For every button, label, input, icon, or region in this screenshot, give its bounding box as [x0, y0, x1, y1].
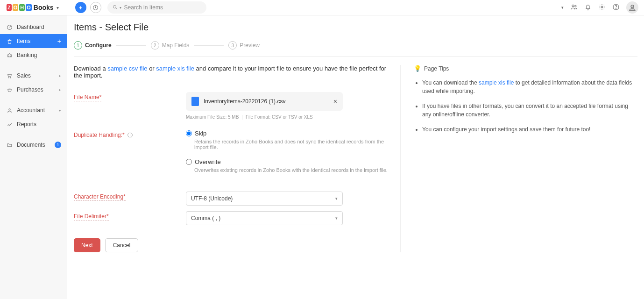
dup-overwrite-radio[interactable]: Overwrite: [186, 158, 389, 165]
basket-icon: [6, 87, 13, 93]
app-logo[interactable]: ZOHO Books ▾: [6, 4, 59, 11]
step-configure[interactable]: 1Configure: [74, 41, 112, 50]
sample-csv-link[interactable]: sample csv file: [107, 65, 147, 72]
top-bar: ZOHO Books ▾ + ▾ Search in Items ▾: [0, 0, 644, 15]
sidebar-item-dashboard[interactable]: Dashboard: [0, 20, 67, 34]
wizard-steps: 1Configure 2Map Fields 3Preview: [74, 41, 637, 50]
sidebar: Dashboard Items + Banking Sales ▸ Purcha…: [0, 15, 67, 299]
svg-point-2: [572, 5, 574, 7]
sidebar-item-label: Documents: [17, 142, 45, 148]
encoding-label: Character Encoding*: [74, 192, 186, 206]
sidebar-item-reports[interactable]: Reports: [0, 117, 67, 131]
delimiter-label: File Delimiter*: [74, 211, 186, 225]
svg-point-7: [631, 5, 634, 8]
chevron-down-icon: ▾: [335, 196, 338, 201]
dup-handling-label: Duplicate Handling:* ⓘ: [74, 130, 186, 181]
chevron-down-icon: ▾: [335, 216, 338, 221]
step-map-fields[interactable]: 2Map Fields: [151, 41, 190, 50]
chevron-right-icon: ▸: [59, 87, 61, 92]
bell-icon[interactable]: [584, 3, 592, 12]
cancel-button[interactable]: Cancel: [105, 238, 138, 252]
bank-icon: [6, 52, 13, 58]
plus-icon[interactable]: +: [57, 37, 61, 45]
step-preview[interactable]: 3Preview: [228, 41, 260, 50]
tip-item: You can configure your import settings a…: [422, 125, 637, 134]
file-name-label: File Name*: [74, 92, 186, 120]
delimiter-select[interactable]: Comma ( , ) ▾: [186, 211, 343, 225]
chevron-down-icon[interactable]: ▾: [120, 6, 121, 10]
svg-point-1: [113, 6, 116, 8]
search-placeholder: Search in Items: [124, 4, 163, 11]
tip-item: You can download the sample xls file to …: [422, 78, 637, 95]
tip-item: If you have files in other formats, you …: [422, 102, 637, 119]
org-selector[interactable]: ▾: [559, 5, 564, 10]
sidebar-item-label: Banking: [17, 52, 37, 58]
file-meta: Maximum File Size: 5 MB|File Format: CSV…: [186, 114, 389, 120]
sidebar-item-accountant[interactable]: Accountant ▸: [0, 103, 67, 117]
bag-icon: [6, 38, 13, 44]
chart-icon: [6, 121, 13, 128]
user-icon: [6, 107, 13, 114]
search-icon: [112, 4, 118, 11]
svg-point-3: [575, 5, 576, 7]
info-icon[interactable]: ⓘ: [127, 132, 133, 138]
svg-point-10: [10, 77, 11, 78]
dup-skip-radio[interactable]: Skip: [186, 130, 389, 137]
folder-icon: [6, 142, 13, 148]
dup-skip-desc: Retains the records in Zoho Books and do…: [194, 139, 389, 150]
chevron-right-icon: ▸: [59, 108, 61, 113]
sidebar-item-label: Reports: [17, 121, 36, 128]
page-title: Items - Select File: [74, 22, 637, 33]
sidebar-item-label: Dashboard: [17, 24, 44, 30]
cart-icon: [6, 73, 13, 79]
recent-button[interactable]: [90, 1, 102, 14]
sidebar-item-purchases[interactable]: Purchases ▸: [0, 83, 67, 97]
encoding-select[interactable]: UTF-8 (Unicode) ▾: [186, 192, 343, 206]
sidebar-item-label: Purchases: [17, 86, 43, 93]
dup-over-desc: Overwrites existing records in Zoho Book…: [194, 167, 389, 173]
badge: 1: [55, 142, 61, 148]
main-content: Items - Select File 1Configure 2Map Fiel…: [67, 15, 644, 299]
tip-sample-xls-link[interactable]: sample xls file: [479, 79, 514, 86]
intro-text: Download a sample csv file or sample xls…: [74, 65, 389, 79]
search-input[interactable]: ▾ Search in Items: [107, 1, 206, 14]
chevron-down-icon[interactable]: ▾: [57, 5, 59, 10]
svg-point-6: [616, 8, 616, 8]
app-name: Books: [34, 4, 54, 11]
page-tips-heading: Page Tips: [424, 65, 449, 72]
refer-icon[interactable]: [570, 3, 578, 12]
remove-file-button[interactable]: ×: [333, 98, 337, 105]
sample-xls-link[interactable]: sample xls file: [156, 65, 194, 72]
sidebar-item-items[interactable]: Items +: [0, 34, 67, 48]
chevron-right-icon: ▸: [59, 73, 61, 78]
bulb-icon: 💡: [414, 65, 421, 72]
avatar[interactable]: [626, 1, 638, 14]
sidebar-item-documents[interactable]: Documents 1: [0, 138, 67, 152]
uploaded-file-name: InventoryItems-20220126 (1).csv: [204, 98, 285, 105]
uploaded-file: InventoryItems-20220126 (1).csv ×: [186, 92, 343, 111]
sidebar-item-label: Sales: [17, 72, 31, 79]
dashboard-icon: [6, 24, 13, 30]
gear-icon[interactable]: [598, 3, 606, 12]
file-icon: [191, 97, 199, 106]
page-tips-panel: 💡 Page Tips You can download the sample …: [414, 65, 637, 252]
sidebar-item-label: Items: [17, 38, 30, 44]
quick-add-button[interactable]: +: [75, 1, 87, 14]
next-button[interactable]: Next: [74, 238, 100, 252]
chevron-down-icon: ▾: [561, 5, 564, 10]
svg-point-9: [8, 77, 9, 78]
svg-point-11: [8, 108, 10, 110]
sidebar-item-sales[interactable]: Sales ▸: [0, 69, 67, 83]
help-icon[interactable]: [612, 3, 620, 12]
sidebar-item-banking[interactable]: Banking: [0, 48, 67, 62]
sidebar-item-label: Accountant: [17, 107, 45, 114]
svg-point-4: [601, 6, 603, 8]
